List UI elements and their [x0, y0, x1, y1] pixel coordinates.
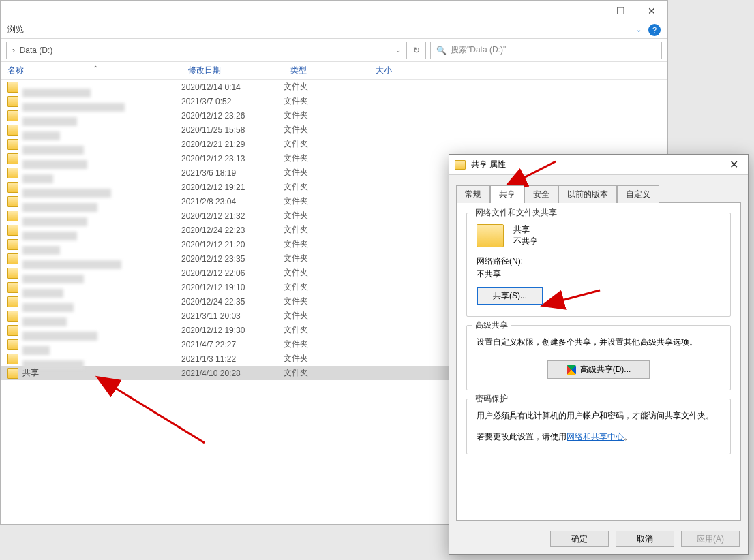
list-item[interactable]: 2020/11/25 15:58文件夹: [1, 123, 667, 137]
row-date: 2020/12/12 19:30: [181, 326, 284, 335]
cancel-button[interactable]: 取消: [616, 531, 674, 547]
row-date: 2020/12/12 23:13: [181, 154, 284, 164]
help-icon[interactable]: ?: [648, 24, 661, 36]
folder-icon: [7, 368, 18, 379]
folder-icon: [7, 168, 18, 178]
list-item[interactable]: 2021/3/7 0:52文件夹: [1, 94, 667, 108]
search-input[interactable]: 🔍 搜索"Data (D:)": [430, 42, 662, 59]
row-date: 2021/3/11 20:03: [181, 311, 284, 321]
search-icon: 🔍: [436, 46, 447, 55]
row-date: 2021/3/6 18:19: [181, 168, 284, 178]
row-type: 文件夹: [284, 253, 369, 264]
tab-sharing[interactable]: 共享: [490, 185, 524, 203]
group-advanced-share: 高级共享 设置自定义权限，创建多个共享，并设置其他高级共享选项。 高级共享(D)…: [466, 325, 731, 390]
search-placeholder: 搜索"Data (D:)": [451, 44, 506, 56]
tab-previous-versions[interactable]: 以前的版本: [558, 185, 617, 203]
group-title: 密码保护: [472, 393, 511, 405]
network-center-link[interactable]: 网络和共享中心: [567, 432, 624, 441]
dialog-close-button[interactable]: ✕: [725, 158, 742, 171]
row-date: 2020/12/12 23:35: [181, 254, 284, 264]
row-type: 文件夹: [284, 238, 369, 250]
folder-icon: [7, 268, 18, 279]
folder-icon: [7, 153, 18, 164]
row-type: 文件夹: [284, 324, 369, 336]
folder-icon: [7, 96, 18, 107]
ribbon-bar: 浏览 ⌄ ?: [1, 21, 667, 39]
folder-icon: [7, 211, 18, 221]
row-name: 共享: [22, 367, 181, 379]
col-type[interactable]: 类型: [284, 65, 369, 76]
column-headers: 名称 ⌃ 修改日期 类型 大小: [1, 62, 667, 80]
folder-icon: [7, 354, 18, 364]
col-name[interactable]: 名称: [1, 65, 181, 76]
row-type: 文件夹: [284, 81, 369, 93]
folder-icon: [7, 311, 18, 322]
row-type: 文件夹: [284, 267, 369, 279]
row-type: 文件夹: [284, 167, 369, 178]
dialog-titlebar: 共享 属性 ✕: [449, 155, 748, 175]
shield-icon: [567, 365, 576, 375]
folder-icon: [7, 325, 18, 336]
chevron-down-icon[interactable]: ⌄: [395, 46, 401, 54]
row-date: 2020/12/12 21:20: [181, 240, 284, 249]
group-password-protect: 密码保护 用户必须具有此计算机的用户帐户和密码，才能访问共享文件夹。 若要更改此…: [466, 399, 731, 454]
row-type: 文件夹: [284, 353, 369, 364]
ribbon-tab[interactable]: 浏览: [7, 24, 24, 35]
row-date: 2020/12/12 23:26: [181, 111, 284, 121]
row-type: 文件夹: [284, 138, 369, 150]
password-text-1: 用户必须具有此计算机的用户帐户和密码，才能访问共享文件夹。: [477, 410, 721, 422]
path-text: Data (D:): [20, 46, 53, 55]
close-button[interactable]: ✕: [636, 1, 667, 21]
row-date: 2020/12/24 22:23: [181, 225, 284, 235]
row-type: 文件夹: [284, 95, 369, 107]
dialog-footer: 确定 取消 应用(A): [550, 531, 740, 547]
share-folder-icon: [477, 224, 504, 247]
row-type: 文件夹: [284, 339, 369, 350]
row-date: 2020/12/14 0:14: [181, 82, 284, 92]
advanced-share-text: 设置自定义权限，创建多个共享，并设置其他高级共享选项。: [477, 337, 721, 348]
row-date: 2020/12/24 22:35: [181, 297, 284, 307]
tab-security[interactable]: 安全: [524, 185, 558, 203]
list-item[interactable]: 2020/12/14 0:14文件夹: [1, 80, 667, 94]
folder-icon: [7, 296, 18, 307]
advanced-share-button[interactable]: 高级共享(D)...: [547, 360, 650, 379]
tab-custom[interactable]: 自定义: [617, 185, 659, 203]
folder-icon: [7, 139, 18, 150]
share-status: 不共享: [513, 236, 538, 247]
expand-ribbon-icon[interactable]: ⌄: [636, 26, 642, 33]
share-button[interactable]: 共享(S)...: [477, 287, 543, 305]
row-type: 文件夹: [284, 296, 369, 307]
row-date: 2021/3/7 0:52: [181, 97, 284, 106]
row-date: 2020/12/12 22:06: [181, 268, 284, 278]
folder-icon: [7, 282, 18, 293]
advanced-share-button-label: 高级共享(D)...: [580, 364, 631, 375]
titlebar: — ☐ ✕: [1, 1, 667, 21]
refresh-button[interactable]: ↻: [407, 42, 426, 59]
folder-icon: [7, 196, 18, 207]
folder-icon: [7, 253, 18, 264]
network-path-value: 不共享: [477, 268, 721, 280]
folder-icon: [7, 239, 18, 250]
address-bar[interactable]: › Data (D:) ⌄: [6, 42, 407, 59]
ok-button[interactable]: 确定: [550, 531, 609, 547]
row-type: 文件夹: [284, 224, 369, 236]
row-type: 文件夹: [284, 181, 369, 193]
row-date: 2021/1/3 11:22: [181, 354, 284, 364]
apply-button[interactable]: 应用(A): [681, 531, 740, 547]
minimize-button[interactable]: —: [573, 1, 605, 21]
row-date: 2021/4/10 20:28: [181, 369, 284, 378]
row-type: 文件夹: [284, 124, 369, 136]
row-type: 文件夹: [284, 367, 369, 379]
network-path-label: 网络路径(N):: [477, 255, 721, 267]
col-size[interactable]: 大小: [369, 65, 423, 76]
list-item[interactable]: 2020/12/21 21:29文件夹: [1, 137, 667, 151]
maximize-button[interactable]: ☐: [605, 1, 636, 21]
group-title: 高级共享: [472, 320, 511, 331]
row-type: 文件夹: [284, 310, 369, 322]
col-date[interactable]: 修改日期: [181, 65, 284, 76]
row-date: 2021/2/8 23:04: [181, 197, 284, 206]
tab-general[interactable]: 常规: [456, 185, 490, 203]
folder-icon: [7, 339, 18, 350]
row-date: 2020/12/21 21:29: [181, 140, 284, 149]
group-network-share: 网络文件和文件夹共享 共享 不共享 网络路径(N): 不共享 共享(S)...: [466, 213, 731, 317]
